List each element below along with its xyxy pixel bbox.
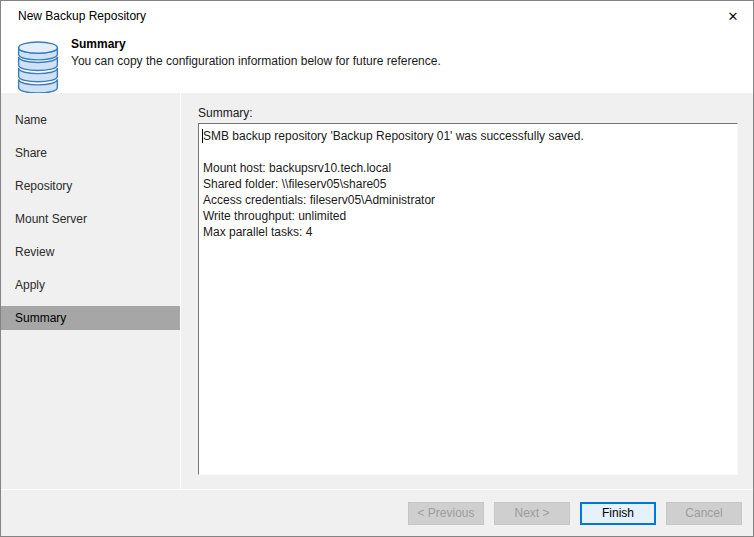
step-title: Summary — [71, 37, 126, 51]
close-icon[interactable]: ✕ — [723, 7, 743, 27]
summary-step-panel: Summary: SMB backup repository 'Backup R… — [182, 93, 753, 489]
sidebar-item-summary[interactable]: Summary — [1, 306, 180, 330]
titlebar: New Backup Repository ✕ — [1, 1, 753, 32]
sidebar-item-review[interactable]: Review — [1, 240, 180, 264]
summary-line: Access credentials: fileserv05\Administr… — [203, 192, 733, 208]
summary-line — [203, 144, 733, 160]
sidebar-item-repository[interactable]: Repository — [1, 174, 180, 198]
previous-button: < Previous — [408, 502, 484, 525]
summary-line: Max parallel tasks: 4 — [203, 224, 733, 240]
cancel-button: Cancel — [666, 502, 742, 525]
finish-button[interactable]: Finish — [580, 502, 656, 525]
summary-line: Shared folder: \\fileserv05\share05 — [203, 176, 733, 192]
new-backup-repository-window: New Backup Repository ✕ Summary You can … — [0, 0, 754, 537]
step-description: You can copy the configuration informati… — [71, 54, 441, 68]
summary-line: Mount host: backupsrv10.tech.local — [203, 160, 733, 176]
text-caret — [202, 129, 203, 143]
sidebar-item-mount-server[interactable]: Mount Server — [1, 207, 180, 231]
sidebar-item-name[interactable]: Name — [1, 108, 180, 132]
summary-label: Summary: — [198, 106, 253, 120]
sidebar-item-share[interactable]: Share — [1, 141, 180, 165]
next-button: Next > — [494, 502, 570, 525]
summary-textbox[interactable]: SMB backup repository 'Backup Repository… — [198, 123, 738, 475]
window-title: New Backup Repository — [18, 9, 146, 23]
summary-line: SMB backup repository 'Backup Repository… — [203, 128, 733, 144]
summary-line: Write throughput: unlimited — [203, 208, 733, 224]
wizard-footer: < Previous Next > Finish Cancel — [1, 489, 753, 536]
wizard-header: Summary You can copy the configuration i… — [1, 32, 753, 93]
wizard-steps-nav: Name Share Repository Mount Server Revie… — [1, 93, 181, 489]
sidebar-item-apply[interactable]: Apply — [1, 273, 180, 297]
database-stack-icon — [15, 40, 61, 96]
